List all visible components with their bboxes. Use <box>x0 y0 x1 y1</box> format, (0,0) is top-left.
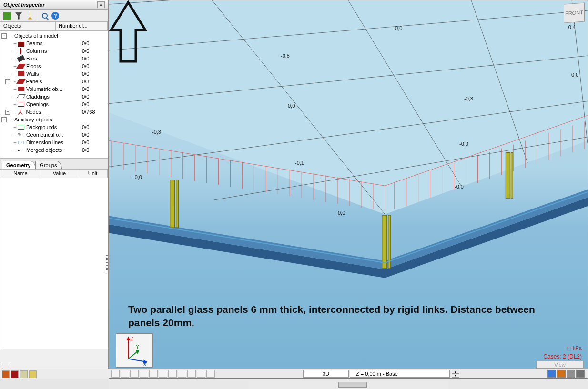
view-cube[interactable]: FRONT <box>564 2 585 23</box>
step-up-icon[interactable]: ▲ <box>452 370 459 374</box>
vp-tool-2[interactable] <box>121 370 129 378</box>
panel-title-text: Object Inspector <box>3 2 45 8</box>
svg-rect-60 <box>511 152 513 198</box>
coord-readout[interactable]: Z = 0,00 m - Base <box>350 370 450 378</box>
vp-tool-8[interactable] <box>178 370 186 378</box>
h-scrollbar[interactable] <box>248 381 448 389</box>
status-icon-1[interactable] <box>2 370 10 378</box>
tree-item-backgrounds[interactable]: ···· Backgrounds 0/0 <box>1 123 107 131</box>
3d-viewport[interactable]: 0,0 -0,4 -0,8 0,0 0,0 -0,3 -0,3 -0,0 -0,… <box>109 0 588 379</box>
object-tree[interactable]: − ···· Objects of a model ···· Beams 0/0… <box>0 31 108 159</box>
svg-rect-57 <box>382 215 387 269</box>
filter-select-icon[interactable] <box>3 12 11 20</box>
panel-icon <box>16 79 26 84</box>
tree-item-columns[interactable]: ···· Columns 0/0 <box>1 47 107 55</box>
vp-tool-9[interactable] <box>187 370 196 378</box>
vp-tool-6[interactable] <box>159 370 167 378</box>
status-icon-3[interactable] <box>20 370 28 378</box>
bar-icon <box>17 55 25 62</box>
tree-item-openings[interactable]: ···· Openings 0/0 <box>1 100 107 108</box>
search-icon[interactable] <box>42 13 48 19</box>
hourglass-icon[interactable] <box>26 12 34 20</box>
tree-item-floors[interactable]: ···· Floors 0/0 <box>1 62 107 70</box>
panel-title-bar[interactable]: Object Inspector × <box>0 0 108 10</box>
collapse-icon[interactable]: − <box>1 117 7 122</box>
tree-item-merged[interactable]: ···· ··· Merged objects 0/0 <box>1 146 107 154</box>
vp-right-icon-4[interactable] <box>576 370 585 378</box>
tree-item-bars[interactable]: ···· Bars 0/0 <box>1 55 107 62</box>
vp-tool-7[interactable] <box>168 370 177 378</box>
dim-label: -0,0 <box>455 184 464 190</box>
view-mode-label[interactable]: View <box>536 361 584 369</box>
cladding-icon <box>16 94 26 99</box>
vp-tool-11[interactable] <box>206 370 215 378</box>
help-icon[interactable]: ? <box>51 12 59 20</box>
object-inspector-panel: Object Inspector × ? Objects Number of..… <box>0 0 109 379</box>
status-icon-4[interactable] <box>29 370 37 378</box>
volumetric-icon <box>18 87 24 91</box>
opening-icon <box>18 102 24 107</box>
properties-body <box>0 178 108 349</box>
vp-tool-10[interactable] <box>197 370 205 378</box>
left-statusbar <box>0 369 109 379</box>
tree-item-dimension[interactable]: ···· |↔| Dimension lines 0/0 <box>1 139 107 146</box>
vp-tool-3[interactable] <box>130 370 139 378</box>
vp-right-icon-2[interactable] <box>557 370 566 378</box>
prop-col-unit[interactable]: Unit <box>78 170 108 178</box>
tree-item-volumetric[interactable]: ···· Volumetric ob... 0/0 <box>1 85 107 93</box>
tree-item-panels[interactable]: + ··· Panels 0/3 <box>1 78 107 85</box>
vp-tool-4[interactable] <box>140 370 148 378</box>
beam-icon <box>18 42 24 47</box>
svg-line-65 <box>128 359 145 362</box>
annotation-arrow-icon <box>109 0 147 72</box>
scrollbar-thumb[interactable] <box>338 382 367 388</box>
vp-tool-5[interactable] <box>149 370 158 378</box>
panel-close-button[interactable]: × <box>97 1 105 8</box>
geometrical-icon: ✎ <box>18 132 24 137</box>
resize-handle[interactable] <box>106 255 108 272</box>
dim-label: -0,8 <box>281 53 290 59</box>
btab-1[interactable] <box>2 363 10 369</box>
axis-z-label: Z <box>130 336 133 341</box>
dim-label: 0,0 <box>571 72 578 78</box>
tree-item-geometrical[interactable]: ···· ✎ Geometrical o... 0/0 <box>1 131 107 139</box>
tab-groups[interactable]: Groups <box>35 161 62 169</box>
expand-icon[interactable]: + <box>5 79 10 84</box>
plane-stepper[interactable]: ▲ ▼ <box>452 370 459 378</box>
dim-label: -0,1 <box>295 160 304 166</box>
step-down-icon[interactable]: ▼ <box>452 374 459 378</box>
col-number-label[interactable]: Number of... <box>56 22 108 30</box>
vp-tool-1[interactable] <box>111 370 120 378</box>
prop-col-value[interactable]: Value <box>41 170 78 178</box>
tree-item-beams[interactable]: ···· Beams 0/0 <box>1 40 107 47</box>
tree-root-aux[interactable]: − ···· Auxiliary objects <box>1 116 107 123</box>
tree-item-walls[interactable]: ···· Walls 0/0 <box>1 70 107 78</box>
dim-label: -0,3 <box>152 129 161 135</box>
tree-item-claddings[interactable]: ···· Claddings 0/0 <box>1 93 107 100</box>
merged-icon: ··· <box>18 148 24 152</box>
axis-y-label: Y <box>136 344 139 349</box>
tree-item-nodes[interactable]: + ··· 人 Nodes 0/768 <box>1 108 107 116</box>
tab-geometry[interactable]: Geometry <box>2 161 36 169</box>
axis-triad[interactable]: Z X Y <box>116 333 153 368</box>
vp-right-icon-1[interactable] <box>547 370 556 378</box>
column-icon <box>18 49 24 53</box>
toolbar-separator <box>38 11 38 20</box>
annotation-text: Two parallel glass panels 6 mm thick, in… <box>128 303 545 330</box>
prop-col-name[interactable]: Name <box>0 170 41 178</box>
inspector-subtabs: Geometry Groups <box>0 159 108 169</box>
dim-label: 0,0 <box>338 210 345 216</box>
col-objects-label[interactable]: Objects <box>0 22 56 30</box>
svg-marker-0 <box>109 0 588 214</box>
funnel-icon[interactable] <box>15 12 22 20</box>
vp-right-icon-3[interactable] <box>567 370 575 378</box>
wall-icon <box>18 71 24 76</box>
collapse-icon[interactable]: − <box>1 33 7 39</box>
tree-root-model[interactable]: − ···· Objects of a model <box>1 32 107 40</box>
svg-rect-55 <box>170 180 175 228</box>
expand-icon[interactable]: + <box>5 110 10 115</box>
bottom-tabs <box>0 362 109 369</box>
svg-rect-59 <box>506 152 510 198</box>
view-tab-3d[interactable]: 3D <box>303 370 349 378</box>
status-icon-2[interactable] <box>11 370 19 378</box>
